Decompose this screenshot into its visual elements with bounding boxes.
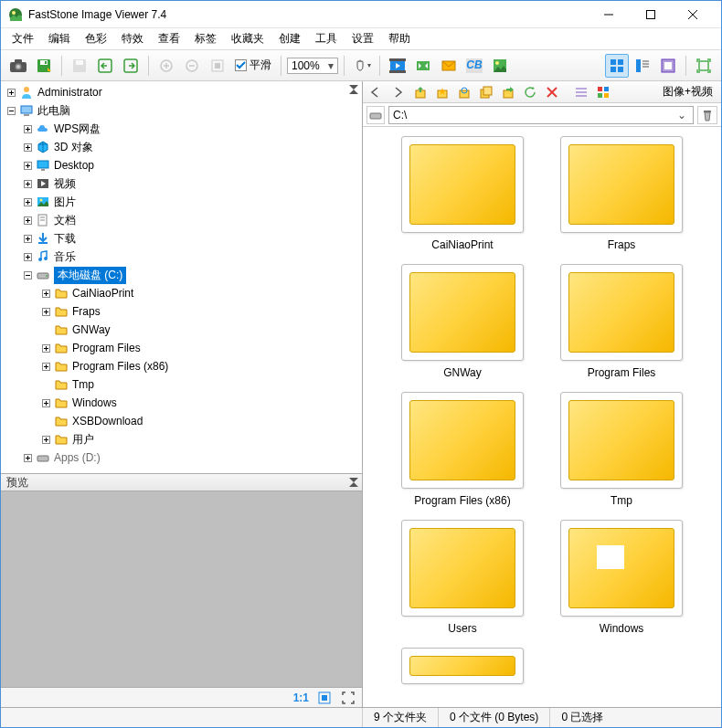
menu-help[interactable]: 帮助 [381, 28, 418, 49]
fit-icon[interactable] [206, 54, 229, 78]
nav-forward-icon[interactable] [388, 83, 409, 101]
thumbnail-item[interactable] [392, 648, 533, 684]
history-icon[interactable] [454, 83, 474, 101]
contact-sheet-icon[interactable]: CB [462, 54, 486, 78]
save-icon[interactable] [68, 54, 91, 78]
expander-icon[interactable] [39, 287, 52, 300]
expander-icon[interactable] [21, 269, 34, 281]
favorites-icon[interactable] [432, 83, 452, 101]
tree-c-child[interactable]: Fraps [3, 302, 360, 321]
menu-edit[interactable]: 编辑 [41, 28, 78, 49]
close-button[interactable] [672, 1, 714, 28]
expander-icon[interactable] [5, 104, 17, 117]
tree-c-child[interactable]: 用户 [3, 430, 360, 448]
hand-tool-icon[interactable]: ▾ [350, 54, 374, 78]
thumbnail-item[interactable]: GNWay [392, 264, 533, 379]
menu-tools[interactable]: 工具 [308, 28, 345, 49]
fullscreen-toggle-icon[interactable] [692, 54, 716, 78]
tree-c-child[interactable]: Windows [3, 394, 360, 412]
menu-view[interactable]: 查看 [151, 28, 187, 49]
wallpaper-icon[interactable] [488, 54, 512, 78]
tree-wps[interactable]: WPS网盘 [3, 120, 360, 138]
expander-icon[interactable] [21, 122, 34, 135]
zoom-in-icon[interactable] [154, 54, 178, 78]
fit-window-icon[interactable] [316, 690, 333, 706]
sort-icon[interactable] [593, 83, 613, 101]
nav-up-icon[interactable] [410, 83, 430, 101]
view-thumbnails-icon[interactable] [605, 54, 629, 78]
expander-icon[interactable] [21, 232, 34, 245]
tree-pictures[interactable]: 图片 [3, 193, 360, 211]
tree-c-child[interactable]: Program Files [3, 339, 360, 357]
compare-icon[interactable] [411, 54, 435, 78]
tree-this-pc[interactable]: 此电脑 [3, 101, 360, 120]
delete-icon[interactable] [542, 83, 562, 101]
expander-icon[interactable] [39, 360, 52, 373]
tree-c-child[interactable]: GNWay [3, 321, 360, 339]
tree-c-child[interactable]: Program Files (x86) [3, 357, 360, 375]
expander-icon[interactable] [21, 141, 34, 153]
nav-back-icon[interactable] [366, 83, 387, 101]
expand-icon[interactable] [340, 690, 356, 706]
expander-icon[interactable] [21, 177, 34, 190]
expander-icon[interactable] [21, 250, 34, 263]
tree-apps-d[interactable]: Apps (D:) [3, 448, 360, 467]
path-input[interactable]: ⌄ [388, 106, 694, 124]
menu-create[interactable]: 创建 [271, 28, 308, 49]
slideshow-icon[interactable] [386, 54, 409, 78]
recycle-bin-icon[interactable] [697, 106, 717, 124]
tree-downloads[interactable]: 下载 [3, 229, 360, 248]
thumbnail-item[interactable]: Users [392, 520, 533, 635]
tree-desktop[interactable]: Desktop [3, 156, 360, 174]
thumbnail-item[interactable]: Program Files [551, 264, 692, 379]
tree-music[interactable]: 音乐 [3, 248, 360, 266]
expander-icon[interactable] [39, 305, 52, 318]
minimize-button[interactable] [588, 1, 630, 28]
email-icon[interactable] [437, 54, 461, 78]
path-dropdown-icon[interactable]: ⌄ [674, 109, 689, 121]
undo-icon[interactable] [93, 54, 117, 78]
menu-settings[interactable]: 设置 [345, 28, 381, 49]
save-as-icon[interactable] [32, 54, 56, 78]
copy-to-icon[interactable] [476, 83, 496, 101]
preview-header[interactable]: 预览 [1, 473, 362, 491]
folder-tree[interactable]: Administrator 此电脑 WPS网盘 3D 对象 Deskto [1, 81, 362, 473]
refresh-icon[interactable] [520, 83, 540, 101]
view-fullscreen-icon[interactable] [656, 54, 680, 78]
tree-videos[interactable]: 视频 [3, 174, 360, 193]
filter-combo[interactable]: 图像+视频 [658, 81, 717, 102]
path-field[interactable] [393, 109, 674, 121]
thumbnail-item[interactable]: Program Files (x86) [392, 392, 533, 507]
view-detail-icon[interactable] [631, 54, 654, 78]
expander-icon[interactable] [39, 433, 52, 446]
thumbnail-item[interactable]: Windows [551, 520, 692, 635]
select-all-icon[interactable] [571, 83, 591, 101]
tree-c-child[interactable]: XSBDownload [3, 412, 360, 430]
path-drive-icon[interactable] [366, 106, 385, 124]
zoom-combo[interactable]: 100% ▾ [287, 58, 338, 74]
tree-c-child[interactable]: Tmp [3, 375, 360, 394]
tree-documents[interactable]: 文档 [3, 211, 360, 229]
expander-icon[interactable] [5, 86, 17, 99]
tree-local-disk-c[interactable]: 本地磁盘 (C:) [3, 266, 360, 284]
menu-effects[interactable]: 特效 [114, 28, 151, 49]
tree-collapse-icon[interactable] [347, 83, 360, 96]
expander-icon[interactable] [21, 159, 34, 172]
zoom-out-icon[interactable] [180, 54, 204, 78]
thumbnail-item[interactable]: Tmp [551, 392, 692, 507]
menu-tags[interactable]: 标签 [187, 28, 224, 49]
thumbnail-item[interactable]: Fraps [551, 136, 692, 251]
tree-3d-objects[interactable]: 3D 对象 [3, 138, 360, 156]
expander-icon[interactable] [39, 342, 52, 354]
thumbnail-area[interactable]: CaiNiaoPrintFrapsGNWayProgram FilesProgr… [363, 127, 721, 707]
expander-icon[interactable] [21, 214, 34, 227]
maximize-button[interactable] [630, 1, 672, 28]
tree-administrator[interactable]: Administrator [3, 83, 360, 101]
menu-file[interactable]: 文件 [5, 28, 41, 49]
expander-icon[interactable] [21, 195, 34, 208]
smooth-checkbox[interactable]: 平滑 [231, 58, 275, 73]
tree-c-child[interactable]: CaiNiaoPrint [3, 284, 360, 302]
menu-color[interactable]: 色彩 [78, 28, 114, 49]
expander-icon[interactable] [21, 451, 34, 464]
move-to-icon[interactable] [498, 83, 518, 101]
